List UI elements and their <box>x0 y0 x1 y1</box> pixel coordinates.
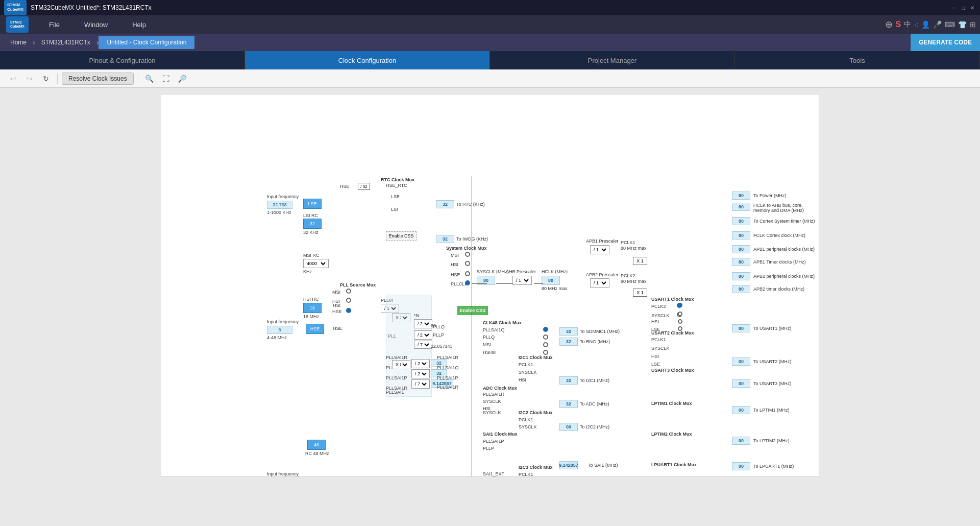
pllsai1-label-bottom: PLLSAI1 <box>386 390 404 395</box>
pllsai1-div3-select[interactable]: / 7 <box>411 379 430 389</box>
usart1-sysclk: SYSCLK <box>651 313 670 318</box>
breadcrumb-device[interactable]: STM32L431RCTx <box>35 36 96 49</box>
pllp-div-select[interactable]: / 7 <box>414 341 432 349</box>
usart1-lse-circle[interactable] <box>678 326 682 331</box>
fit-button[interactable]: ⛶ <box>159 71 173 86</box>
hse-mux-label: HSE <box>451 272 460 277</box>
input-freq-1-label: Input frequency <box>267 194 299 199</box>
sys-mux-circle-hsi[interactable] <box>465 261 470 266</box>
breadcrumb-config[interactable]: Untitled - Clock Configuration <box>99 36 194 49</box>
to-apb1p-label: APB1 peripheral clocks (MHz) <box>753 247 815 252</box>
sys-mux-circle-msi[interactable] <box>465 252 470 257</box>
clk48-circle-2[interactable] <box>543 334 548 340</box>
rc48-label: RC 48 MHz <box>305 451 329 456</box>
to-usart1-label: To USART1 (MHz) <box>753 326 791 331</box>
usart1-pclk2-circle[interactable] <box>678 303 682 307</box>
zoom-out-button[interactable]: 🔍 <box>175 71 189 86</box>
rtc-clock-mux-label: RTC Clock Mux <box>381 177 414 182</box>
tab-clock[interactable]: Clock Configuration <box>245 51 490 69</box>
rc48-box[interactable]: 48 <box>307 440 326 450</box>
pllsai1q-out: PLLSAI1Q <box>437 365 459 370</box>
pll-mux-circle-hse[interactable] <box>346 308 351 313</box>
hclk-val[interactable]: 80 <box>542 276 560 285</box>
wire-h-hclk <box>534 283 543 284</box>
pllsai1-div2-select[interactable]: / 2 <box>411 369 430 378</box>
main-area[interactable]: Input frequency 1-1000 KHz LSE LSI RC 32… <box>0 88 980 526</box>
pllsai1-n-select[interactable]: X 8 <box>392 360 410 369</box>
usart1-hsi: HSI <box>651 319 659 324</box>
hse-src-label: HSE <box>333 326 342 331</box>
close-button[interactable]: ✕ <box>969 4 976 11</box>
pllq-div-select[interactable]: / 2 <box>414 330 432 340</box>
sai1-pllp: PLLP <box>483 446 494 451</box>
hse-box[interactable]: HSE <box>306 324 324 334</box>
refresh-button[interactable]: ↻ <box>39 71 53 86</box>
hsi-rc-box[interactable]: 16 <box>303 303 322 313</box>
tab-project[interactable]: Project Manager <box>490 51 735 69</box>
lse-box[interactable]: LSE <box>303 199 322 209</box>
ahb-prescaler-select[interactable]: / 1 <box>512 276 532 285</box>
clk48-active-circle[interactable] <box>543 327 548 332</box>
window-controls[interactable]: ─ □ ✕ <box>950 4 976 11</box>
resolve-clock-button[interactable]: Resolve Clock Issues <box>62 73 134 85</box>
pll-mux-msi: MSI <box>332 290 340 295</box>
apb2-prescaler-select[interactable]: / 1 <box>590 278 609 288</box>
app-logo: STM32CubeMX <box>4 0 27 16</box>
menu-window[interactable]: Window <box>80 19 112 31</box>
sys-mux-circle-hse[interactable] <box>465 271 470 276</box>
to-rng-val: 32 <box>559 338 578 346</box>
clk48-circle-4[interactable] <box>543 350 548 355</box>
sai-ext-label: SAI1_EXT <box>483 471 504 476</box>
tab-pinout[interactable]: Pinout & Configuration <box>0 51 245 69</box>
usart1-sysclk-circle[interactable] <box>678 312 682 316</box>
to-ahb-val: 80 <box>732 203 750 211</box>
breadcrumb-home[interactable]: Home <box>4 36 33 49</box>
lse-src: LSE <box>391 194 400 199</box>
toolbar-separator <box>57 74 58 84</box>
pll-mux-hsi: HSI <box>332 299 340 304</box>
zoom-in-button[interactable]: 🔍 <box>142 71 157 86</box>
apb1-prescaler-select[interactable]: / 1 <box>590 245 609 254</box>
enable-css-btn[interactable]: Enable CSS <box>457 306 488 315</box>
hsi-mux-label: HSI <box>451 262 458 267</box>
enable-css-1[interactable]: Enable CSS <box>386 231 416 241</box>
sys-mux-circle-pllclk[interactable] <box>465 280 470 285</box>
undo-button[interactable]: ↩ <box>6 71 20 86</box>
maximize-button[interactable]: □ <box>960 4 967 11</box>
pllr-div-select[interactable]: / 2 <box>414 319 432 328</box>
clock-canvas: Input frequency 1-1000 KHz LSE LSI RC 32… <box>161 94 819 477</box>
pllsai1r-out2: PLLSAI1R <box>437 385 458 390</box>
usart1-hsi-circle[interactable] <box>678 319 682 324</box>
menu-help[interactable]: Help <box>128 19 150 31</box>
msi-mux-label: MSI <box>451 253 459 258</box>
pll-mux-circle-msi[interactable] <box>346 289 351 294</box>
to-lpuart1-val: 00 <box>732 462 750 470</box>
input-freq-2-input[interactable] <box>267 326 292 334</box>
usart1-mux-label: USART1 Clock Mux <box>651 297 694 302</box>
toolbar-separator-2 <box>138 74 138 84</box>
pll-mux-circle-hsi[interactable] <box>346 298 351 303</box>
generate-code-button[interactable]: GENERATE CODE <box>911 34 980 51</box>
apb2-prescaler-label: APB2 Prescaler <box>586 272 619 277</box>
lsi-rc-box[interactable]: 32 <box>303 219 322 229</box>
to-usart2-val: 00 <box>732 357 750 366</box>
usart2-lse: LSE <box>651 362 660 367</box>
icon-mic: 🎤 <box>933 20 942 29</box>
wire-h-sysclk-2 <box>496 283 512 284</box>
window-title: STM32CubeMX Untitled*: STM32L431RCTx <box>31 4 152 11</box>
pllsai1-div1-select[interactable]: / 2 <box>411 359 430 368</box>
input-freq-1-input[interactable] <box>267 201 292 209</box>
adc-sysclk: SYSCLK <box>483 399 501 404</box>
msi-rc-select[interactable]: 4000 <box>303 259 329 268</box>
tab-tools[interactable]: Tools <box>735 51 980 69</box>
menu-file[interactable]: File <box>45 19 64 31</box>
to-lptim2-label: To LPTIM2 (MHz) <box>753 438 790 443</box>
breadcrumb-bar: Home › STM32L431RCTx › Untitled - Clock … <box>0 34 980 51</box>
to-lptim1-val: 00 <box>732 406 750 414</box>
msi-rc-unit: KHz <box>303 269 312 274</box>
to-apb2t-label: APB2 timer clocks (MHz) <box>753 286 804 292</box>
clk48-circle-3[interactable] <box>543 342 548 347</box>
minimize-button[interactable]: ─ <box>950 4 958 11</box>
redo-button[interactable]: ↪ <box>22 71 37 86</box>
to-usart3-val: 00 <box>732 379 750 388</box>
